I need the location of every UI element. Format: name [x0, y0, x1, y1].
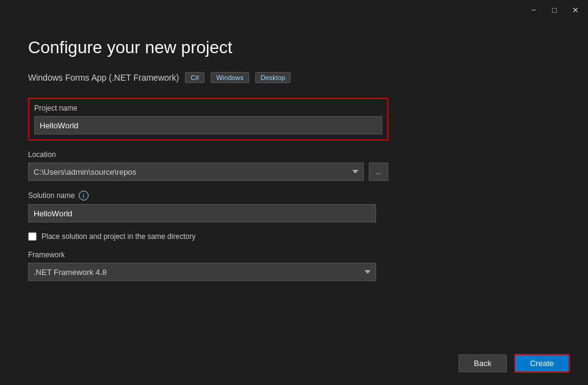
project-name-label: Project name [34, 104, 382, 112]
same-directory-label: Place solution and project in the same d… [42, 232, 195, 241]
browse-button[interactable]: ... [369, 163, 388, 181]
minimize-button[interactable]: − [528, 4, 539, 15]
maximize-button[interactable]: □ [549, 4, 560, 15]
solution-name-info-icon[interactable]: i [79, 191, 89, 200]
project-name-group: Project name [28, 98, 388, 141]
page-title: Configure your new project [28, 38, 560, 57]
subtitle-row: Windows Forms App (.NET Framework) C# Wi… [28, 72, 560, 83]
subtitle-text: Windows Forms App (.NET Framework) [28, 73, 179, 82]
close-button[interactable]: ✕ [570, 4, 581, 15]
tag-windows: Windows [211, 72, 249, 83]
back-button[interactable]: Back [459, 354, 507, 372]
project-name-input[interactable] [34, 116, 382, 134]
framework-select[interactable]: .NET Framework 4.8 [28, 263, 376, 281]
bottom-bar: Back Create [459, 354, 570, 373]
same-directory-checkbox[interactable] [28, 232, 37, 241]
create-button[interactable]: Create [514, 354, 570, 373]
solution-name-group: Solution name i [28, 191, 560, 222]
solution-name-input[interactable] [28, 204, 376, 222]
title-bar: − □ ✕ [0, 0, 588, 20]
solution-name-label: Solution name i [28, 191, 560, 200]
location-label: Location [28, 150, 560, 159]
framework-group: Framework .NET Framework 4.8 [28, 251, 560, 281]
framework-label: Framework [28, 251, 560, 259]
location-select[interactable]: C:\Users\admin\source\repos [28, 163, 364, 181]
checkbox-row: Place solution and project in the same d… [28, 232, 560, 241]
location-row: C:\Users\admin\source\repos ... [28, 163, 388, 181]
tag-desktop: Desktop [255, 72, 291, 83]
main-content: Configure your new project Windows Forms… [0, 20, 588, 303]
tag-csharp: C# [185, 72, 205, 83]
location-group: Location C:\Users\admin\source\repos ... [28, 150, 560, 181]
